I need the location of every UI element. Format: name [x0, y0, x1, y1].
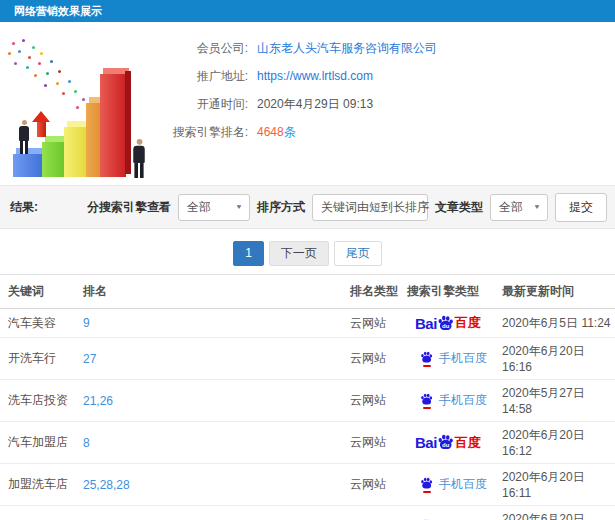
filter-bar: 结果: 分搜索引擎查看 全部 ▼ 排序方式 关键词由短到长排序 ▼ 文章类型 全… — [0, 185, 615, 229]
mobile-baidu-paw-icon — [420, 477, 433, 493]
table-row: 洗车赚钱吗30云网站手机百度2020年6月20日 16:12 — [0, 506, 615, 520]
keyword-cell: 汽车加盟店 — [0, 422, 75, 464]
table-row: 加盟洗车店25,28,28云网站手机百度2020年6月20日 16:11 — [0, 464, 615, 506]
site-link[interactable]: https://www.lrtlsd.com — [257, 69, 373, 83]
rank-type-cell: 云网站 — [342, 380, 399, 422]
chart-bar-red — [100, 74, 126, 177]
table-row: 开洗车行27云网站手机百度2020年6月20日 16:16 — [0, 338, 615, 380]
url-label: 推广地址: — [160, 68, 248, 85]
rank-link[interactable]: 8 — [83, 436, 90, 450]
chevron-down-icon: ▼ — [533, 203, 541, 210]
keyword-cell: 开洗车行 — [0, 338, 75, 380]
baidu-bai-text: Bai — [415, 434, 437, 451]
sort-filter-value: 关键词由短到长排序 — [321, 199, 429, 216]
updated-cell: 2020年5月27日 14:58 — [494, 380, 615, 422]
last-page-button[interactable]: 尾页 — [334, 241, 382, 266]
info-row-member: 会员公司: 山东老人头汽车服务咨询有限公司 — [160, 34, 615, 62]
chevron-down-icon: ▼ — [436, 203, 444, 210]
rank-cell: 21,26 — [75, 380, 342, 422]
updated-cell: 2020年6月20日 16:12 — [494, 422, 615, 464]
baidu-pc-logo: Baidu百度 — [415, 434, 481, 452]
table-row: 洗车店投资21,26云网站手机百度2020年5月27日 14:58 — [0, 380, 615, 422]
growth-arrow-icon — [32, 111, 50, 137]
article-filter-select[interactable]: 全部 ▼ — [490, 194, 548, 221]
page-title: 网络营销效果展示 — [14, 5, 102, 17]
rank-type-cell: 云网站 — [342, 338, 399, 380]
engine-cell: 手机百度 — [399, 464, 494, 506]
baidu-mobile-logo: 手机百度 — [420, 476, 487, 493]
baidu-paw-icon: du — [437, 434, 454, 451]
rank-type-cell: 云网站 — [342, 309, 399, 338]
rank-link[interactable]: 27 — [83, 352, 96, 366]
rank-type-cell: 云网站 — [342, 506, 399, 520]
filter-controls: 分搜索引擎查看 全部 ▼ 排序方式 关键词由短到长排序 ▼ 文章类型 全部 ▼ … — [87, 193, 607, 222]
rank-cell: 9 — [75, 309, 342, 338]
keyword-cell: 洗车店投资 — [0, 380, 75, 422]
person-figure-left — [19, 120, 29, 154]
keyword-cell: 洗车赚钱吗 — [0, 506, 75, 520]
keyword-cell: 汽车美容 — [0, 309, 75, 338]
svg-text:du: du — [442, 323, 450, 329]
rank-link[interactable]: 25,28,28 — [83, 478, 130, 492]
svg-text:du: du — [442, 442, 450, 448]
updated-cell: 2020年6月20日 16:11 — [494, 464, 615, 506]
bar-chart-illustration — [0, 34, 172, 184]
results-table: 关键词排名排名类型搜索引擎类型最新更新时间 汽车美容9云网站Baidu百度202… — [0, 274, 615, 520]
sort-filter-select[interactable]: 关键词由短到长排序 ▼ — [312, 194, 428, 221]
results-label: 结果: — [10, 199, 38, 216]
mobile-baidu-label: 手机百度 — [439, 476, 487, 493]
column-header: 关键词 — [0, 275, 75, 309]
engine-cell: 手机百度 — [399, 380, 494, 422]
rank-type-cell: 云网站 — [342, 422, 399, 464]
table-header-row: 关键词排名排名类型搜索引擎类型最新更新时间 — [0, 275, 615, 309]
member-label: 会员公司: — [160, 40, 248, 57]
column-header: 搜索引擎类型 — [399, 275, 494, 309]
submit-button[interactable]: 提交 — [555, 193, 607, 222]
keyword-cell: 加盟洗车店 — [0, 464, 75, 506]
rank-link[interactable]: 21,26 — [83, 394, 113, 408]
sort-filter-label: 排序方式 — [257, 199, 305, 216]
engine-cell: Baidu百度 — [399, 309, 494, 338]
baidu-pc-logo: Baidu百度 — [415, 314, 481, 332]
rank-cell: 27 — [75, 338, 342, 380]
confetti-decoration — [6, 38, 9, 41]
engine-cell: Baidu百度 — [399, 422, 494, 464]
baidu-mobile-logo: 手机百度 — [420, 350, 487, 367]
rank-type-cell: 云网站 — [342, 464, 399, 506]
table-row: 汽车加盟店8云网站Baidu百度2020年6月20日 16:12 — [0, 422, 615, 464]
updated-cell: 2020年6月20日 16:16 — [494, 338, 615, 380]
engine-filter-value: 全部 — [187, 199, 211, 216]
info-section: 会员公司: 山东老人头汽车服务咨询有限公司 推广地址: https://www.… — [0, 22, 615, 185]
engine-filter-select[interactable]: 全部 ▼ — [178, 194, 250, 221]
open-time-label: 开通时间: — [160, 96, 248, 113]
page-button-1[interactable]: 1 — [233, 241, 264, 266]
column-header: 最新更新时间 — [494, 275, 615, 309]
pagination: 1下一页尾页 — [0, 241, 615, 266]
mobile-baidu-label: 手机百度 — [439, 350, 487, 367]
engine-cell: 手机百度 — [399, 506, 494, 520]
column-header: 排名类型 — [342, 275, 399, 309]
chart-bar-blue — [13, 154, 44, 177]
rank-label: 搜索引擎排名: — [160, 124, 248, 141]
baidu-bai-text: Bai — [415, 315, 437, 332]
table-row: 汽车美容9云网站Baidu百度2020年6月5日 11:24 — [0, 309, 615, 338]
app-header: 网络营销效果展示 — [0, 0, 615, 22]
rank-link[interactable]: 9 — [83, 316, 90, 330]
rank-count-unit: 条 — [284, 124, 296, 141]
mobile-baidu-paw-icon — [420, 351, 433, 367]
baidu-cn-text: 百度 — [455, 314, 481, 332]
baidu-cn-text: 百度 — [455, 434, 481, 452]
next-page-button[interactable]: 下一页 — [269, 241, 329, 266]
updated-cell: 2020年6月20日 16:12 — [494, 506, 615, 520]
engine-cell: 手机百度 — [399, 338, 494, 380]
info-row-url: 推广地址: https://www.lrtlsd.com — [160, 62, 615, 90]
updated-cell: 2020年6月5日 11:24 — [494, 309, 615, 338]
info-list: 会员公司: 山东老人头汽车服务咨询有限公司 推广地址: https://www.… — [160, 22, 615, 146]
chevron-down-icon: ▼ — [235, 203, 243, 210]
engine-filter-label: 分搜索引擎查看 — [87, 199, 171, 216]
info-row-open-time: 开通时间: 2020年4月29日 09:13 — [160, 90, 615, 118]
baidu-paw-icon: du — [437, 315, 454, 332]
rank-count-value: 4648 — [257, 125, 284, 139]
company-link[interactable]: 山东老人头汽车服务咨询有限公司 — [257, 40, 437, 57]
baidu-mobile-logo: 手机百度 — [420, 392, 487, 409]
